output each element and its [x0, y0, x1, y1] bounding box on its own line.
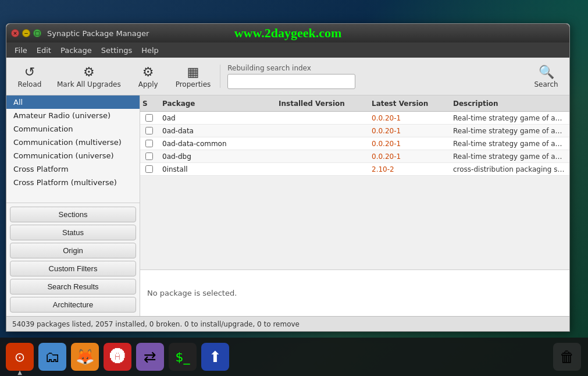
row-checkbox[interactable]: [140, 152, 158, 160]
update-launcher-icon[interactable]: ⬆: [201, 343, 229, 371]
properties-button[interactable]: ▦ Properties: [169, 60, 218, 93]
files-icon: 🗂: [45, 348, 60, 366]
search-area: Rebuilding search index: [227, 64, 526, 89]
software-launcher-icon[interactable]: 🅐: [104, 343, 131, 371]
sidebar-filter-buttons: Sections Status Origin Custom Filters Se…: [6, 203, 140, 316]
col-header-desc: Description: [448, 100, 569, 108]
table-row[interactable]: 0ad 0.0.20-1 Real-time strategy game of …: [140, 112, 569, 125]
row-name: 0ad-data-common: [158, 140, 274, 148]
row-desc: Real-time strategy game of ancie...: [448, 127, 569, 135]
row-name: 0install: [158, 165, 274, 173]
terminal-launcher-icon[interactable]: $_: [169, 343, 197, 371]
row-latest: 2.10-2: [367, 165, 448, 173]
ubuntu-icon: ⊙: [15, 350, 25, 364]
search-index-label: Rebuilding search index: [227, 64, 526, 72]
toolbar: ↺ Reload ⚙ Mark All Upgrades ⚙ Apply ▦ P…: [6, 58, 569, 95]
table-row[interactable]: 0ad-dbg 0.0.20-1 Real-time strategy game…: [140, 150, 569, 163]
row-name: 0ad: [158, 114, 274, 122]
maximize-button[interactable]: □: [33, 29, 41, 37]
sidebar-item-communication-universe[interactable]: Communication (universe): [6, 149, 140, 162]
search-button[interactable]: 🔍 Search: [526, 62, 566, 91]
row-latest: 0.0.20-1: [367, 140, 448, 148]
row-latest: 0.0.20-1: [367, 114, 448, 122]
minimize-button[interactable]: −: [22, 29, 30, 37]
sidebar-item-amateur-radio[interactable]: Amateur Radio (universe): [6, 109, 140, 122]
switcher-launcher-icon[interactable]: ⇄: [136, 343, 164, 371]
row-desc: cross-distribution packaging syst...: [448, 165, 569, 173]
reload-icon: ↺: [24, 65, 35, 79]
apply-button[interactable]: ⚙ Apply: [128, 60, 169, 93]
switcher-icon: ⇄: [144, 348, 156, 366]
close-button[interactable]: ×: [11, 29, 19, 37]
row-checkbox[interactable]: [140, 127, 158, 134]
sidebar: All Amateur Radio (universe) Communicati…: [6, 95, 140, 316]
menu-edit[interactable]: Edit: [32, 45, 56, 56]
row-desc: Real-time strategy game of ancie...: [448, 152, 569, 161]
firefox-icon: 🦊: [76, 348, 94, 366]
reload-button[interactable]: ↺ Reload: [9, 60, 50, 93]
update-icon: ⬆: [209, 348, 222, 366]
package-table-header: S Package Installed Version Latest Versi…: [140, 95, 569, 112]
row-checkbox[interactable]: [140, 165, 158, 173]
row-desc: Real-time strategy game of ancie...: [448, 114, 569, 122]
files-launcher-icon[interactable]: 🗂: [38, 343, 66, 371]
ubuntu-launcher-icon[interactable]: ⊙ ▲: [6, 343, 34, 371]
row-checkbox[interactable]: [140, 114, 158, 122]
trash-icon[interactable]: 🗑: [553, 343, 581, 371]
watermark: www.2daygeek.com: [234, 26, 342, 41]
menubar: File Edit Package Settings Help: [6, 42, 569, 58]
search-icon: 🔍: [539, 65, 554, 79]
mark-upgrades-label: Mark All Upgrades: [57, 80, 121, 88]
window-controls: × − □: [11, 29, 41, 37]
col-header-latest: Latest Version: [367, 100, 448, 108]
mark-upgrades-icon: ⚙: [83, 65, 95, 79]
main-content: All Amateur Radio (universe) Communicati…: [6, 95, 569, 316]
mark-upgrades-button[interactable]: ⚙ Mark All Upgrades: [50, 60, 128, 93]
info-text: No package is selected.: [147, 289, 237, 297]
col-header-s: S: [140, 100, 158, 108]
custom-filters-button[interactable]: Custom Filters: [10, 261, 136, 276]
apply-label: Apply: [138, 80, 158, 88]
col-header-installed: Installed Version: [274, 100, 367, 108]
menu-settings[interactable]: Settings: [97, 45, 137, 56]
menu-package[interactable]: Package: [56, 45, 97, 56]
table-row[interactable]: 0install 2.10-2 cross-distribution packa…: [140, 163, 569, 176]
sections-button[interactable]: Sections: [10, 207, 136, 222]
row-name: 0ad-dbg: [158, 152, 274, 161]
menu-help[interactable]: Help: [137, 45, 163, 56]
info-panel: No package is selected.: [140, 269, 569, 316]
row-checkbox[interactable]: [140, 140, 158, 147]
apply-icon: ⚙: [142, 65, 154, 79]
row-latest: 0.0.20-1: [367, 127, 448, 135]
sidebar-item-communication[interactable]: Communication: [6, 122, 140, 136]
toolbar-divider: [220, 65, 220, 88]
sidebar-category-list: All Amateur Radio (universe) Communicati…: [6, 95, 140, 203]
architecture-button[interactable]: Architecture: [10, 297, 136, 313]
window-title: Synaptic Package Manager: [47, 29, 149, 38]
status-text: 54039 packages listed, 2057 installed, 0…: [12, 320, 300, 328]
taskbar: ⊙ ▲ 🗂 🦊 🅐 ⇄ $_ ⬆ 🗑: [0, 338, 588, 376]
row-name: 0ad-data: [158, 127, 274, 135]
status-button[interactable]: Status: [10, 225, 136, 240]
sidebar-item-communication-multiverse[interactable]: Communication (multiverse): [6, 136, 140, 149]
ubuntu-arrow: ▲: [17, 369, 22, 375]
package-table-body: 0ad 0.0.20-1 Real-time strategy game of …: [140, 112, 569, 269]
search-results-button[interactable]: Search Results: [10, 279, 136, 295]
sidebar-item-all[interactable]: All: [6, 95, 140, 109]
package-panel: S Package Installed Version Latest Versi…: [140, 95, 569, 316]
row-desc: Real-time strategy game of ancie...: [448, 140, 569, 148]
firefox-launcher-icon[interactable]: 🦊: [71, 343, 99, 371]
properties-label: Properties: [176, 80, 211, 88]
row-latest: 0.0.20-1: [367, 152, 448, 161]
search-row: [227, 74, 526, 89]
menu-file[interactable]: File: [10, 45, 32, 56]
origin-button[interactable]: Origin: [10, 243, 136, 258]
statusbar: 54039 packages listed, 2057 installed, 0…: [6, 316, 569, 331]
search-input[interactable]: [227, 74, 355, 89]
trash-symbol: 🗑: [560, 348, 575, 366]
sidebar-item-cross-platform-multiverse[interactable]: Cross Platform (multiverse): [6, 176, 140, 189]
titlebar: × − □ Synaptic Package Manager www.2dayg…: [6, 24, 569, 42]
sidebar-item-cross-platform[interactable]: Cross Platform: [6, 162, 140, 176]
table-row[interactable]: 0ad-data-common 0.0.20-1 Real-time strat…: [140, 137, 569, 150]
table-row[interactable]: 0ad-data 0.0.20-1 Real-time strategy gam…: [140, 125, 569, 137]
